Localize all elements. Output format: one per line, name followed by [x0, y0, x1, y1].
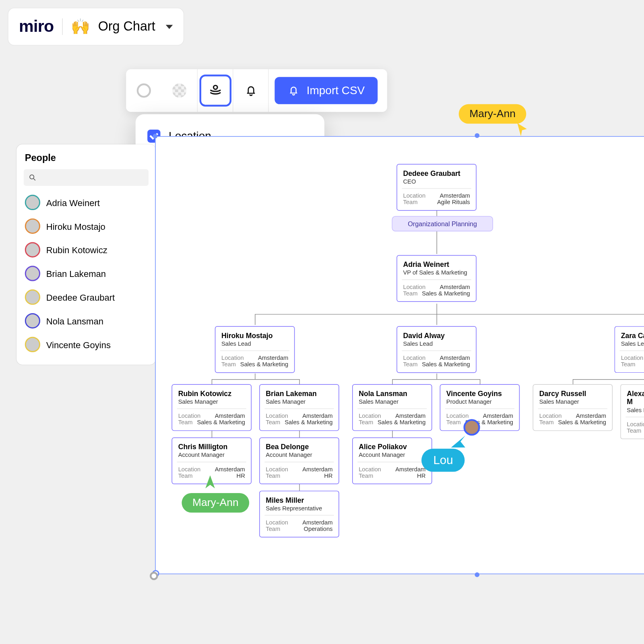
card-team-label: Team: [403, 199, 417, 205]
people-search-input[interactable]: [24, 169, 149, 186]
org-pill[interactable]: Organizational Planning: [392, 216, 493, 231]
cursor-arrow-icon: [516, 123, 528, 136]
people-row[interactable]: Hiroku Mostajo: [17, 214, 156, 238]
card-loc-label: Location: [403, 192, 425, 199]
card-role: Sales Lead: [221, 341, 288, 347]
card-name: Hiroku Mostajo: [221, 332, 288, 340]
card-loc-value: Amsterdam: [440, 283, 470, 290]
card-loc-value: Amsterdam: [440, 192, 470, 199]
org-card-account[interactable]: Alice PoliakovAccount Manager LocationAm…: [352, 438, 432, 484]
avatar: [25, 337, 40, 352]
person-name: Deedee Graubart: [46, 292, 115, 302]
card-team-label: Team: [403, 290, 417, 297]
person-name: Rubin Kotowicz: [46, 245, 107, 255]
card-name: Zara Campi: [621, 332, 644, 340]
card-role: CEO: [403, 178, 470, 185]
chevron-down-icon[interactable]: [166, 25, 173, 29]
card-name: David Alway: [403, 332, 470, 340]
import-csv-button[interactable]: Import CSV: [275, 77, 378, 104]
people-row[interactable]: Vincente Goyins: [17, 332, 156, 356]
card-role: Sales Lead: [621, 341, 644, 347]
person-name: Hiroku Mostajo: [46, 221, 105, 231]
cursor-arrow-icon: [451, 433, 466, 448]
fill-transparent-button[interactable]: [161, 69, 197, 112]
card-role: Sales Lead: [403, 341, 470, 347]
cursor-label-lou: Lou: [421, 449, 465, 472]
org-card-rep[interactable]: Miles MillerSales Representative Locatio…: [259, 491, 339, 537]
card-team-value: Agile Rituals: [437, 199, 470, 205]
people-row[interactable]: Nola Lansman: [17, 309, 156, 333]
context-toolbar: Import CSV: [126, 69, 387, 112]
people-panel: People Adria WeinertHiroku MostajoRubin …: [17, 144, 156, 365]
bell-icon: [288, 85, 299, 96]
avatar: [25, 289, 40, 305]
org-card-manager[interactable]: Alexandra MSales Manag Location Team: [620, 384, 644, 439]
avatar: [25, 313, 40, 328]
divider: [62, 19, 62, 35]
org-card-manager[interactable]: Brian LakemanSales Manager LocationAmste…: [259, 384, 339, 431]
org-card-manager[interactable]: Darcy RussellSales Manager LocationAmste…: [533, 384, 613, 431]
avatar: [25, 266, 40, 281]
notifications-button[interactable]: [233, 69, 268, 112]
org-card-ceo[interactable]: Dedeee Graubart CEO LocationAmsterdam Te…: [396, 164, 477, 211]
org-card-manager[interactable]: Vincente GoyinsProduct Manager LocationA…: [440, 384, 520, 431]
person-name: Nola Lansman: [46, 316, 103, 326]
org-card-lead[interactable]: Zara Campi Sales Lead Location Team: [614, 326, 644, 373]
card-name: Dedeee Graubart: [403, 169, 470, 178]
people-title: People: [17, 153, 156, 169]
people-row[interactable]: Rubin Kotowicz: [17, 238, 156, 262]
layers-icon: [207, 83, 223, 98]
avatar: [25, 195, 40, 210]
board-emoji-icon: 🙌: [71, 17, 90, 36]
person-name: Brian Lakeman: [46, 268, 106, 279]
search-icon: [29, 173, 37, 182]
org-card-lead[interactable]: Hiroku Mostajo Sales Lead LocationAmster…: [215, 326, 295, 373]
card-name: Adria Weinert: [403, 260, 470, 269]
avatar: [25, 242, 40, 257]
org-card-account[interactable]: Bea DelongeAccount Manager LocationAmste…: [259, 438, 339, 484]
cursor-arrow-icon: [204, 475, 216, 491]
person-name: Adria Weinert: [46, 197, 100, 207]
people-row[interactable]: Brian Lakeman: [17, 262, 156, 285]
collaborator-avatar: [463, 419, 480, 436]
org-card-manager[interactable]: Nola LansmanSales Manager LocationAmster…: [352, 384, 432, 431]
layers-button[interactable]: [197, 69, 233, 112]
avatar: [25, 219, 40, 234]
person-name: Vincente Goyins: [46, 339, 111, 349]
cursor-label-maryann: Mary-Ann: [459, 104, 526, 124]
board-name: Org Chart: [98, 19, 155, 34]
people-row[interactable]: Deedee Graubart: [17, 285, 156, 309]
svg-point-0: [30, 175, 34, 179]
org-card-manager[interactable]: Rubin KotowiczSales Manager LocationAmst…: [171, 384, 252, 431]
miro-logo: miro: [19, 17, 54, 36]
card-team-value: Sales & Marketing: [422, 290, 470, 297]
org-card-vp[interactable]: Adria Weinert VP of Sales & Marketing Lo…: [396, 255, 477, 302]
org-card-lead[interactable]: David Alway Sales Lead LocationAmsterdam…: [396, 326, 477, 373]
people-row[interactable]: Adria Weinert: [17, 191, 156, 215]
card-loc-label: Location: [403, 283, 425, 290]
import-csv-label: Import CSV: [307, 84, 365, 97]
color-none-button[interactable]: [126, 69, 161, 112]
bell-icon: [244, 84, 257, 97]
board-title-chip[interactable]: miro 🙌 Org Chart: [8, 8, 184, 45]
card-role: VP of Sales & Marketing: [403, 269, 470, 276]
cursor-label-maryann-green: Mary-Ann: [182, 493, 249, 513]
